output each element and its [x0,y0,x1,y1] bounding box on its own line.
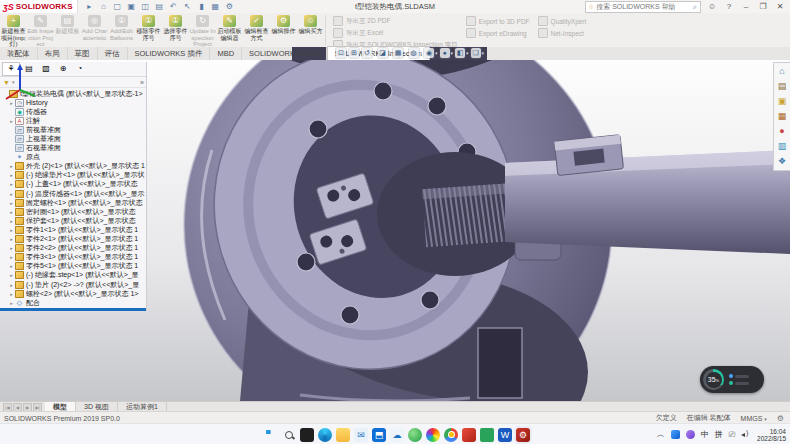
unit-system-selector[interactable]: MMGS ▾ [741,415,767,422]
flyout-arrow-icon[interactable]: ▸ [84,2,95,12]
ribbon-button[interactable]: ✎ Edit Inspection Project [27,13,54,47]
tray-app-blue-icon[interactable] [671,430,680,439]
ribbon-button[interactable]: ① Add/Edit Balloons [108,13,135,47]
tree-item[interactable]: ▸ (-) 上盖<1> (默认<<默认>_显示状态 [2,180,146,189]
export-menu-item[interactable]: 导出至 Excel [333,28,458,38]
open-document-icon[interactable]: ▣ [126,2,137,12]
app-red-icon[interactable] [462,428,476,442]
tree-item[interactable]: ▸ (-) 绝缘套.step<1> (默认<<默认>_显 [2,271,146,280]
solidworks-taskbar-icon[interactable]: ⚙ [516,428,530,442]
section-view-icon[interactable]: ◪ [378,48,388,58]
tree-item[interactable]: ▸ 保护套<1> (默认<<默认>_显示状态 [2,216,146,225]
tree-item[interactable]: ▱ 上视基准面 [2,134,146,143]
tree-item[interactable]: ▱ 右视基准面 [2,144,146,153]
commandmanager-tab[interactable]: SOLIDWORKS CAM [242,47,327,60]
expand-arrow-icon[interactable]: ▸ [8,236,15,242]
tree-item[interactable]: ⌖ 原点 [2,153,146,162]
configurationmanager-tab[interactable]: ▧ [38,63,54,75]
ribbon-button[interactable]: + 新建检查项目(imp;灯) [0,13,27,47]
tree-item[interactable]: ▸ 密封圈<1> (默认<<默认>_显示状态 [2,207,146,216]
ribbon-button[interactable]: ⚙ 编辑操作 [270,13,297,47]
tree-item[interactable]: ▸ 零件3<1> (默认<<默认>_显示状态 1 [2,253,146,262]
expand-arrow-icon[interactable]: ▸ [8,172,15,178]
onedrive-icon[interactable] [390,428,404,442]
close-button[interactable]: ✕ [774,2,786,11]
ribbon-button[interactable]: ☺ 编辑买方 [297,13,324,47]
dropdown-caret-icon[interactable]: ▾ [389,50,392,56]
edit-appearance-icon[interactable]: ● [440,48,450,58]
tree-item[interactable]: ▸ 螺栓<2> (默认<<默认>_显示状态 1> [2,289,146,298]
select-icon[interactable]: ↖ [182,2,193,12]
apply-scene-icon[interactable]: ◧ [455,48,465,58]
search-button[interactable] [282,428,296,442]
graphics-viewport[interactable]: ⚘ ▤ ▧ ⊕ ◔ ▼ ▾ » [0,60,790,401]
ribbon-button[interactable]: ✓ 编辑检查方式 [243,13,270,47]
minimize-button[interactable]: – [740,2,752,11]
expand-arrow-icon[interactable]: ▸ [8,118,15,124]
tree-item[interactable]: ▸ 固定螺栓<1> (默认<<默认>_显示状态 [2,198,146,207]
file-explorer-icon[interactable]: ▣ [776,95,789,108]
print-icon[interactable]: ▤ [154,2,165,12]
tree-item[interactable]: ▸ 零件5<1> (默认<<默认>_显示状态 1 [2,262,146,271]
tray-app-purple-icon[interactable] [686,430,695,439]
ribbon-button[interactable]: ✎ 启动模板编辑器 [216,13,243,47]
design-library-icon[interactable]: ▤ [776,80,789,93]
expand-arrow-icon[interactable]: ▸ [8,181,15,187]
ime-mode-indicator[interactable]: 拼 [715,429,723,440]
commandmanager-tab[interactable]: 装配体 [0,47,38,60]
tree-item[interactable]: ▸ (-) 垫片 (2)<2> ->? (默认<<默认>_显 [2,280,146,289]
commandmanager-tab[interactable]: MBD [210,47,242,60]
start-button[interactable] [264,428,278,442]
tree-item[interactable]: ▸ A 注解 [2,116,146,125]
dimxpertmanager-tab[interactable]: ⊕ [55,63,71,75]
panel-expand-icon[interactable]: » [140,79,144,86]
display-style-icon[interactable]: ◍ [409,48,419,58]
home-icon[interactable]: ⌂ [98,2,109,12]
colorwheel-app-icon[interactable] [426,428,440,442]
appearances-icon[interactable]: ● [776,125,789,138]
status-gear-icon[interactable]: ⚙ [777,414,784,423]
app-green2-icon[interactable] [480,428,494,442]
expand-arrow-icon[interactable]: ▸ [8,300,15,306]
view-settings-icon[interactable]: ❏ [471,48,481,58]
ribbon-button[interactable]: ▤ 新建模板 [54,13,81,47]
ribbon-button[interactable]: ◎ Add Characteristic [81,13,108,47]
custom-properties-icon[interactable]: ▥ [776,140,789,153]
speaker-icon[interactable] [741,430,751,439]
tray-chevron-icon[interactable]: ︿ [657,429,665,440]
export-menu-item[interactable]: Export eDrawing [466,28,530,38]
expand-arrow-icon[interactable]: ▸ [8,254,15,260]
drawing-icon[interactable]: ▦ [210,2,221,12]
displaymanager-tab[interactable]: ◔ [72,63,88,75]
ime-language-indicator[interactable]: 中 [701,429,709,440]
edge-icon[interactable] [318,428,332,442]
help-search-box[interactable]: ⌾ 搜索 SOLIDWORKS 帮助 ⌕ [585,1,701,13]
expand-arrow-icon[interactable]: ▸ [8,218,15,224]
export-menu-item[interactable]: 导出至 2D PDF [333,16,458,26]
ribbon-button[interactable]: ↻ Update Inspection Project [189,13,216,47]
zoom-to-fit-icon[interactable]: ⊡ [336,48,346,58]
tree-item[interactable]: ▸ (-) 绝缘垫片<1> (默认<<默认>_显示状 [2,171,146,180]
app-dark-icon[interactable] [300,428,314,442]
taskbar-clock[interactable]: 16:04 2022/8/15 [757,428,786,442]
tree-item[interactable]: ▸ 零件2<2> (默认<<默认>_显示状态 1 [2,244,146,253]
commandmanager-tab[interactable]: 草图 [68,47,98,60]
restore-button[interactable]: ❐ [757,2,769,11]
dropdown-caret-icon[interactable]: ▾ [404,50,407,56]
expand-arrow-icon[interactable]: ▸ [8,200,15,206]
word-icon[interactable]: W [498,428,512,442]
save-icon[interactable]: ◫ [140,2,151,12]
file-explorer-icon[interactable] [336,428,350,442]
solidworks-logo[interactable]: ʒS SOLIDWORKS [0,0,78,13]
export-menu-item[interactable]: Net-Inspect [538,28,587,38]
chrome-icon[interactable] [444,428,458,442]
dropdown-caret-icon[interactable]: ▾ [373,50,376,56]
commandmanager-tab[interactable]: SOLIDWORKS 插件 [128,47,211,60]
dropdown-caret-icon[interactable]: ▾ [466,50,469,56]
tree-item[interactable]: ◉ 传感器 [2,107,146,116]
expand-arrow-icon[interactable]: ▸ [8,209,15,215]
tree-item[interactable]: ▸ 零件2<1> (默认<<默认>_显示状态 1 [2,235,146,244]
expand-arrow-icon[interactable]: ▸ [8,100,15,106]
zoom-to-area-icon[interactable]: ⊞ [349,48,359,58]
view-palette-icon[interactable]: ▦ [776,110,789,123]
